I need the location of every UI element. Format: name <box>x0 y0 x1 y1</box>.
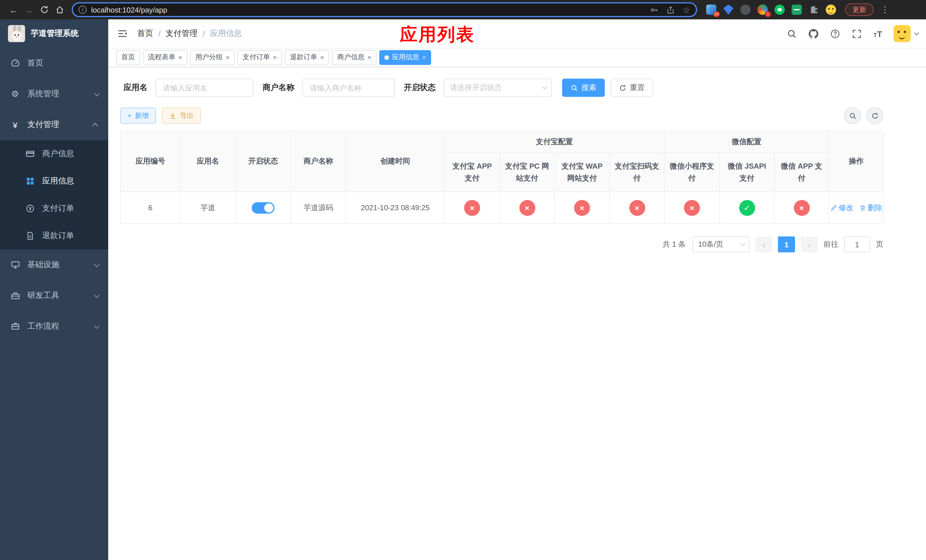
tab-process-form[interactable]: 流程表单 × <box>143 50 188 65</box>
cell-app-id: 6 <box>121 192 180 224</box>
browser-menu-icon[interactable]: ⋮ <box>879 5 891 15</box>
refresh-icon <box>619 84 626 91</box>
edit-link[interactable]: 修改 <box>830 203 853 213</box>
close-icon[interactable]: × <box>273 54 277 61</box>
browser-profile-avatar[interactable] <box>826 5 836 15</box>
goto-page-input[interactable] <box>844 236 870 252</box>
sidebar: 芋道管理系统 首页 ⚙ 系统管理 ¥ 支付管理 <box>0 20 108 560</box>
breadcrumb-current: 应用信息 <box>210 29 242 39</box>
tab-label: 用户分组 <box>195 52 223 62</box>
address-bar[interactable]: i localhost:1024/pay/app ☆ <box>72 2 697 17</box>
export-button[interactable]: 导出 <box>162 107 201 124</box>
sidebar-item-infrastructure[interactable]: 基础设施 <box>0 250 108 280</box>
sidebar-item-dev-tools[interactable]: 研发工具 <box>0 280 108 311</box>
page-size-select[interactable]: 10条/页 <box>693 236 749 252</box>
app-title: 芋道管理系统 <box>31 29 79 39</box>
user-menu[interactable] <box>894 25 917 42</box>
chevron-up-icon <box>92 123 98 129</box>
column-header-app-id: 应用编号 <box>121 131 180 192</box>
page-1-button[interactable]: 1 <box>778 236 795 252</box>
merchant-name-label: 商户名称 <box>263 83 294 93</box>
active-dot <box>384 55 389 59</box>
extension-icon-2[interactable] <box>723 5 734 15</box>
status-cross-icon: × <box>519 200 535 216</box>
search-button[interactable]: 搜索 <box>562 79 605 97</box>
extension-icon-6[interactable] <box>791 5 802 15</box>
browser-update-button[interactable]: 更新 <box>845 3 874 16</box>
tab-refund-orders[interactable]: 退款订单 × <box>285 50 329 65</box>
document-icon <box>25 231 35 241</box>
cell-app-name: 芋道 <box>180 192 236 224</box>
extensions-puzzle-icon[interactable] <box>809 5 819 15</box>
status-select[interactable]: 请选择开启状态 <box>443 79 552 97</box>
share-icon[interactable] <box>666 5 675 14</box>
extension-icon-4[interactable]: 1 <box>757 5 768 15</box>
search-icon <box>570 84 578 91</box>
refresh-table-button[interactable] <box>866 107 883 124</box>
back-icon: ← <box>9 5 18 15</box>
extension-badge: 10 <box>713 11 720 17</box>
search-icon[interactable] <box>787 29 797 39</box>
tab-payment-orders[interactable]: 支付订单 × <box>238 50 282 65</box>
extension-icon-3[interactable] <box>740 5 750 15</box>
extension-icon-1[interactable]: 10 <box>706 5 716 15</box>
reset-button[interactable]: 重置 <box>610 79 653 97</box>
help-icon[interactable] <box>830 29 840 39</box>
top-navbar: 首页 / 支付管理 / 应用信息 应用列表 <box>108 20 926 48</box>
browser-back-button[interactable]: ← <box>6 2 21 17</box>
app-name-input[interactable] <box>156 79 253 97</box>
bookmark-star-icon[interactable]: ☆ <box>682 5 690 14</box>
extension-icon-5[interactable] <box>775 5 785 15</box>
sidebar-item-payment-orders[interactable]: 支付订单 <box>0 195 108 222</box>
delete-link[interactable]: 删除 <box>859 203 882 213</box>
refresh-icon <box>871 112 878 120</box>
pagination: 共 1 条 10条/页 ‹ 1 › 前往 页 <box>120 236 883 252</box>
sidebar-toggle-icon[interactable] <box>117 28 128 39</box>
close-icon[interactable]: × <box>178 54 182 61</box>
breadcrumb-payment[interactable]: 支付管理 <box>166 29 198 39</box>
sidebar-item-system[interactable]: ⚙ 系统管理 <box>0 79 108 109</box>
browser-home-button[interactable] <box>52 2 67 17</box>
tab-app-info[interactable]: 应用信息 × <box>379 50 431 65</box>
sidebar-item-refund-orders[interactable]: 退款订单 <box>0 222 108 250</box>
column-header-app-name: 应用名 <box>180 131 236 192</box>
status-label: 开启状态 <box>404 83 436 93</box>
fullscreen-icon[interactable] <box>852 29 862 39</box>
toggle-search-button[interactable] <box>844 107 861 124</box>
font-size-icon[interactable]: TT <box>873 29 882 38</box>
tab-label: 首页 <box>121 52 135 62</box>
browser-refresh-button[interactable] <box>36 2 52 17</box>
navbar-actions: TT <box>787 25 917 42</box>
sidebar-item-label: 支付管理 <box>27 120 59 130</box>
sidebar-item-home[interactable]: 首页 <box>0 48 108 79</box>
close-icon[interactable]: × <box>422 54 426 61</box>
tab-merchant-info[interactable]: 商户信息 × <box>332 50 377 65</box>
next-page-button[interactable]: › <box>801 236 818 252</box>
tab-home[interactable]: 首页 <box>116 50 140 65</box>
sidebar-item-workflow[interactable]: 工作流程 <box>0 311 108 342</box>
status-toggle[interactable] <box>252 202 274 213</box>
prev-page-button[interactable]: ‹ <box>755 236 772 252</box>
close-icon[interactable]: × <box>367 54 371 61</box>
url-text: localhost:1024/pay/app <box>91 5 167 14</box>
github-icon[interactable] <box>808 29 819 39</box>
sidebar-item-label: 研发工具 <box>27 291 59 301</box>
payment-submenu: 商户信息 应用信息 支付订单 <box>0 140 108 250</box>
download-icon <box>169 112 177 120</box>
password-key-icon[interactable] <box>649 5 658 14</box>
briefcase-icon <box>10 322 20 331</box>
close-icon[interactable]: × <box>320 54 324 61</box>
monitor-icon <box>10 260 20 270</box>
add-button[interactable]: + 新增 <box>120 107 156 124</box>
sidebar-item-app-info[interactable]: 应用信息 <box>0 168 108 195</box>
breadcrumb-home[interactable]: 首页 <box>137 29 153 39</box>
tab-user-group[interactable]: 用户分组 × <box>190 50 235 65</box>
site-info-icon[interactable]: i <box>79 6 86 14</box>
close-icon[interactable]: × <box>225 54 230 61</box>
sidebar-item-payment[interactable]: ¥ 支付管理 <box>0 109 108 140</box>
plus-icon: + <box>127 112 132 120</box>
merchant-name-input[interactable] <box>303 79 395 97</box>
browser-forward-button[interactable]: → <box>21 2 36 17</box>
sidebar-item-merchant-info[interactable]: 商户信息 <box>0 140 108 168</box>
sidebar-item-label: 应用信息 <box>42 176 74 186</box>
